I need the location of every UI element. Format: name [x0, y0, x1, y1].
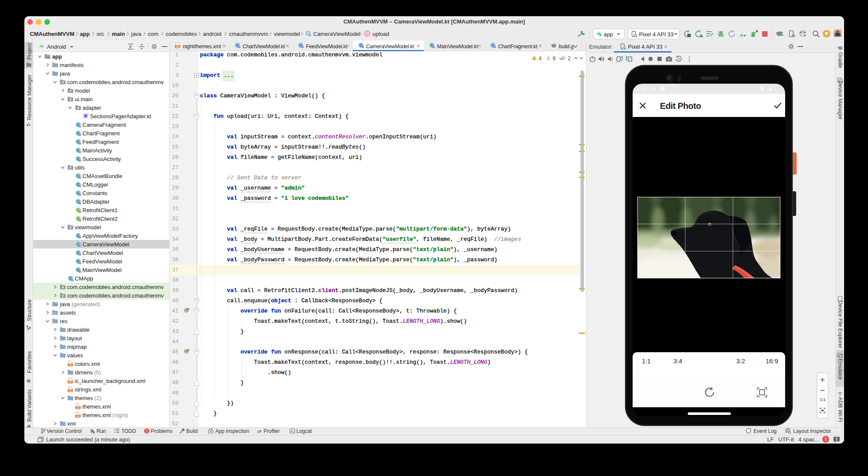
svg-text:<>: <> — [69, 364, 72, 367]
svg-text:I: I — [78, 216, 79, 221]
svg-text:A: A — [700, 34, 703, 38]
svg-text:<>: <> — [69, 389, 72, 392]
svg-text:<>: <> — [76, 415, 79, 418]
svg-text:<>: <> — [76, 406, 79, 409]
svg-text:<>: <> — [69, 381, 72, 384]
svg-text:I: I — [78, 208, 79, 212]
svg-text:<>: <> — [176, 45, 179, 48]
